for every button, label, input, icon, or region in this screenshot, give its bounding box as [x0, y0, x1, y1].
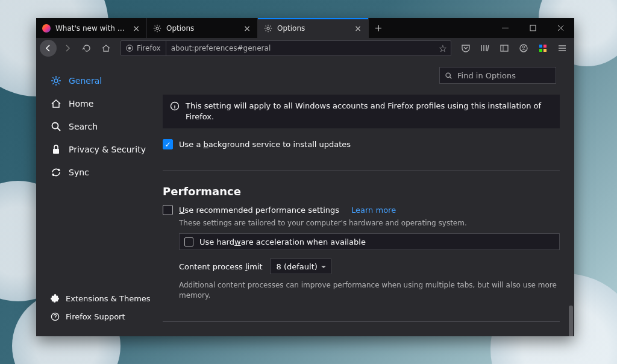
process-limit-row: Content process limit 8 (default) [179, 259, 560, 274]
sidebar-item-extensions[interactable]: Extensions & Themes [51, 289, 151, 307]
checkbox-label: Use a background service to install upda… [179, 140, 351, 149]
svg-point-13 [52, 123, 58, 129]
gear-icon [264, 24, 272, 33]
perf-helper-text: These settings are tailored to your comp… [179, 219, 560, 227]
sidebar-item-label: Home [69, 99, 93, 108]
sidebar-item-search[interactable]: Search [51, 115, 163, 138]
bookmark-star-icon[interactable]: ☆ [435, 43, 451, 54]
sync-icon [51, 167, 61, 178]
search-placeholder: Find in Options [457, 71, 516, 80]
find-in-options[interactable]: Find in Options [439, 67, 556, 84]
sidebar-item-label: Search [69, 122, 98, 131]
svg-rect-2 [530, 25, 536, 31]
svg-point-4 [128, 47, 131, 50]
search-icon [51, 121, 61, 132]
home-icon [51, 98, 61, 109]
tab-title: What's new with Firefox [55, 24, 127, 33]
performance-heading: Performance [163, 170, 560, 198]
main-pane: Find in Options This setting will apply … [163, 58, 574, 336]
recommended-perf-checkbox[interactable]: Use recommended performance settings Lea… [163, 205, 560, 215]
checkbox-label: Use recommended performance settings [179, 206, 339, 215]
back-button[interactable] [40, 40, 57, 57]
help-icon [51, 312, 60, 321]
checkbox-icon [163, 205, 173, 215]
info-notice: This setting will apply to all Windows a… [163, 95, 560, 128]
puzzle-icon [51, 294, 60, 303]
lock-icon [51, 144, 61, 155]
browsing-heading: Browsing [163, 321, 560, 336]
identity-label: Firefox [137, 44, 161, 52]
gear-icon [51, 75, 61, 86]
checkbox-label: Use hardware acceleration when available [199, 237, 366, 246]
close-icon[interactable]: × [132, 24, 140, 33]
process-limit-note: Additional content processes can improve… [179, 280, 560, 301]
checkbox-icon: ✓ [163, 139, 173, 149]
svg-point-12 [54, 79, 58, 83]
process-limit-dropdown[interactable]: 8 (default) [270, 259, 331, 274]
tab-options-2[interactable]: Options × [258, 18, 369, 38]
tab-bar: What's new with Firefox × Options × Opti… [36, 18, 574, 38]
svg-rect-8 [539, 45, 542, 48]
bg-service-checkbox[interactable]: ✓ Use a background service to install up… [163, 139, 560, 149]
sidebar-item-label: General [69, 76, 102, 86]
close-icon[interactable]: × [354, 24, 362, 33]
svg-rect-14 [53, 149, 59, 154]
svg-rect-9 [543, 45, 547, 48]
tab-whatsnew[interactable]: What's new with Firefox × [36, 18, 147, 38]
minimize-button[interactable] [491, 18, 519, 38]
sidebar-item-privacy[interactable]: Privacy & Security [51, 138, 163, 161]
tab-title: Options [166, 24, 238, 33]
url-bar[interactable]: Firefox about:preferences#general ☆ [121, 40, 451, 56]
sidebar-item-general[interactable]: General [51, 69, 163, 92]
preferences-content: General Home Search Privacy & Security S… [36, 58, 574, 336]
scroll-thumb[interactable] [569, 306, 573, 336]
process-limit-label: Content process limit [179, 262, 263, 271]
sidebar-item-label: Privacy & Security [69, 145, 146, 154]
reload-button[interactable] [78, 40, 95, 57]
dropdown-value: 8 (default) [277, 262, 318, 271]
svg-point-1 [267, 27, 269, 29]
info-icon [170, 101, 180, 111]
new-tab-button[interactable]: + [369, 18, 388, 38]
svg-rect-10 [539, 49, 542, 52]
gear-icon [153, 24, 161, 33]
identity-box[interactable]: Firefox [121, 41, 166, 55]
sidebar-item-sync[interactable]: Sync [51, 161, 163, 184]
sidebar-item-label: Firefox Support [66, 312, 125, 321]
firefox-icon [42, 24, 51, 33]
sidebar-button[interactable] [496, 40, 513, 57]
window-controls [491, 18, 574, 38]
info-text: This setting will apply to all Windows a… [186, 101, 553, 122]
sidebar-item-support[interactable]: Firefox Support [51, 307, 151, 325]
close-icon[interactable]: × [243, 24, 251, 33]
sidebar-item-home[interactable]: Home [51, 92, 163, 115]
close-button[interactable] [547, 18, 574, 38]
search-icon [445, 72, 453, 80]
checkbox-icon [184, 237, 193, 246]
browser-window: What's new with Firefox × Options × Opti… [36, 18, 574, 336]
extension-button[interactable] [534, 40, 551, 57]
library-button[interactable] [477, 40, 493, 57]
firefox-brand-icon [126, 45, 133, 52]
sidebar-footer: Extensions & Themes Firefox Support [51, 289, 151, 325]
tab-title: Options [277, 24, 349, 33]
sidebar-item-label: Sync [69, 168, 89, 177]
svg-rect-11 [543, 49, 547, 52]
nav-toolbar: Firefox about:preferences#general ☆ [36, 38, 574, 58]
forward-button[interactable] [59, 40, 76, 57]
categories-sidebar: General Home Search Privacy & Security S… [36, 58, 163, 336]
account-button[interactable] [515, 40, 532, 57]
svg-point-0 [156, 27, 158, 29]
sidebar-item-label: Extensions & Themes [66, 294, 151, 303]
tab-options-1[interactable]: Options × [147, 18, 258, 38]
learn-more-link[interactable]: Learn more [351, 206, 396, 215]
hw-accel-checkbox[interactable]: Use hardware acceleration when available [179, 233, 560, 250]
svg-point-16 [446, 73, 450, 77]
svg-point-7 [522, 46, 525, 48]
menu-button[interactable] [554, 40, 571, 57]
scrollbar[interactable] [568, 119, 574, 336]
svg-rect-5 [501, 45, 508, 51]
home-button[interactable] [98, 40, 114, 57]
maximize-button[interactable] [519, 18, 547, 38]
pocket-button[interactable] [457, 40, 474, 57]
